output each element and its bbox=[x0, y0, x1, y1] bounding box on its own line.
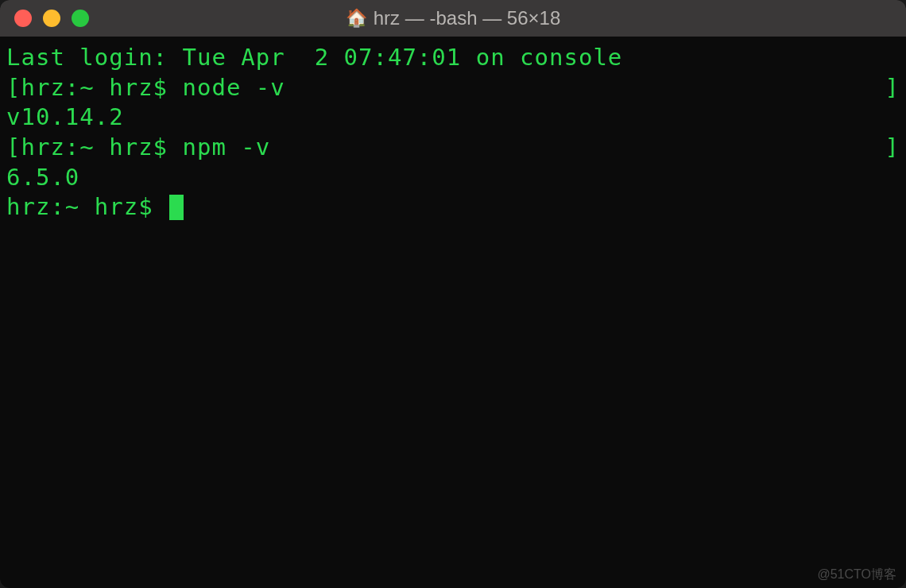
prompt: hrz:~ hrz$ bbox=[6, 192, 168, 222]
maximize-button[interactable] bbox=[72, 10, 89, 27]
bracket-close-icon: ] bbox=[885, 133, 900, 163]
home-icon: 🏠 bbox=[346, 10, 367, 27]
watermark: @51CTO博客 bbox=[817, 567, 896, 583]
close-button[interactable] bbox=[14, 10, 32, 27]
terminal-line: [ hrz:~ hrz$ node -v ] bbox=[6, 73, 900, 103]
terminal-output: v10.14.2 bbox=[6, 103, 900, 133]
command-text: npm -v bbox=[183, 133, 271, 163]
bracket-close-icon: ] bbox=[885, 73, 900, 103]
minimize-button[interactable] bbox=[43, 10, 60, 27]
command-text: node -v bbox=[183, 73, 285, 103]
window-title: 🏠 hrz — -bash — 56×18 bbox=[346, 7, 560, 29]
window-title-text: hrz — -bash — 56×18 bbox=[374, 7, 560, 29]
cursor-block-icon bbox=[169, 195, 184, 220]
terminal-line: hrz:~ hrz$ bbox=[6, 192, 900, 222]
terminal-output: 6.5.0 bbox=[6, 163, 900, 193]
bracket-open-icon: [ bbox=[6, 133, 21, 163]
bracket-open-icon: [ bbox=[6, 73, 21, 103]
prompt: hrz:~ hrz$ bbox=[21, 73, 182, 103]
traffic-lights bbox=[14, 10, 89, 27]
terminal-body[interactable]: Last login: Tue Apr 2 07:47:01 on consol… bbox=[0, 37, 906, 588]
terminal-line: [ hrz:~ hrz$ npm -v ] bbox=[6, 133, 900, 163]
window-titlebar: 🏠 hrz — -bash — 56×18 bbox=[0, 0, 906, 37]
last-login-line: Last login: Tue Apr 2 07:47:01 on consol… bbox=[6, 43, 900, 73]
prompt: hrz:~ hrz$ bbox=[21, 133, 182, 163]
